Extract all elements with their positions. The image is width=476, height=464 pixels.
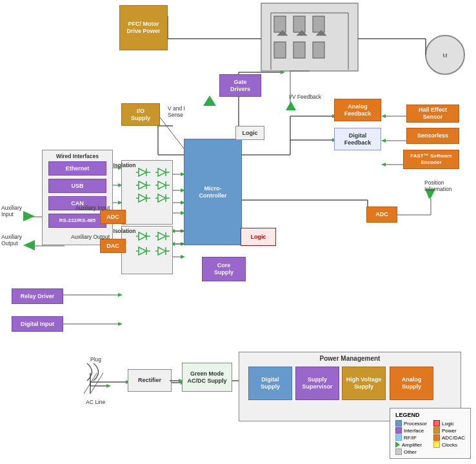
green-mode-block: Green ModeAC/DC Supply bbox=[182, 363, 232, 392]
svg-rect-9 bbox=[313, 42, 324, 58]
digital-feedback-block: DigitalFeedback bbox=[334, 128, 381, 150]
io-supply-block: I/OSupply bbox=[121, 103, 160, 126]
svg-marker-11 bbox=[297, 30, 307, 35]
adc-main-block: ADC bbox=[366, 207, 397, 223]
svg-marker-140 bbox=[286, 101, 296, 110]
aux-output-side-label: AuxiliaryOutput bbox=[1, 234, 22, 247]
digital-input-block: Digital Input bbox=[12, 316, 63, 332]
analog-feedback-block: AnalogFeedback bbox=[334, 99, 381, 121]
svg-marker-104 bbox=[139, 181, 146, 189]
analog-supply-block: AnalogSupply bbox=[390, 367, 433, 400]
svg-marker-83 bbox=[381, 139, 386, 143]
svg-rect-6 bbox=[313, 16, 324, 32]
sensorless-block: Sensorless bbox=[406, 128, 459, 144]
svg-marker-96 bbox=[139, 168, 146, 176]
isolation2-block: Isolation bbox=[121, 226, 173, 274]
pfc-block: PFC/ Motor Drive Power bbox=[119, 5, 168, 50]
svg-marker-22 bbox=[281, 70, 285, 74]
aux-output-triangle bbox=[23, 240, 35, 252]
usb-block: USB bbox=[48, 179, 106, 193]
isolation1-block: Isolation bbox=[121, 160, 173, 225]
legend-title: LEGEND bbox=[395, 412, 465, 418]
legend-power: Power bbox=[433, 427, 465, 434]
iv-feedback-label: I/V Feedback bbox=[289, 94, 321, 100]
svg-marker-108 bbox=[158, 181, 166, 189]
legend-clocks: Clocks bbox=[433, 441, 465, 448]
svg-marker-85 bbox=[381, 163, 386, 166]
vi-sense-label: V and ISense bbox=[168, 105, 185, 118]
svg-marker-74 bbox=[118, 322, 123, 326]
gate-drivers-block: GateDrivers bbox=[219, 74, 261, 97]
aux-input-label: Auxiliary Input bbox=[75, 205, 110, 211]
svg-text:M: M bbox=[442, 52, 448, 59]
svg-rect-4 bbox=[274, 16, 286, 32]
svg-marker-136 bbox=[203, 96, 216, 106]
svg-marker-124 bbox=[158, 232, 166, 240]
adc-aux-block: ADC bbox=[100, 210, 126, 224]
svg-rect-5 bbox=[293, 16, 305, 32]
aux-output-label: Auxiliary Output bbox=[71, 234, 110, 240]
legend-grid: Processor Logic Interface Power RF/IF AD… bbox=[395, 420, 465, 455]
iv-feedback-triangle bbox=[286, 101, 296, 112]
svg-rect-0 bbox=[261, 3, 358, 71]
svg-marker-138 bbox=[23, 240, 35, 250]
relay-driver-block: Relay Driver bbox=[12, 288, 63, 304]
position-info-label: PositionInformation bbox=[424, 179, 452, 192]
svg-marker-120 bbox=[139, 232, 146, 240]
aux-input-triangle bbox=[23, 211, 35, 223]
legend-logic: Logic bbox=[433, 420, 465, 427]
legend-processor: Processor bbox=[395, 420, 427, 427]
legend-rfif: RF/IF bbox=[395, 434, 427, 441]
plug-symbol bbox=[81, 360, 113, 396]
svg-marker-100 bbox=[158, 168, 166, 176]
svg-marker-116 bbox=[158, 194, 166, 202]
logic-small-block: Logic bbox=[235, 126, 264, 140]
svg-marker-10 bbox=[277, 30, 288, 35]
svg-marker-72 bbox=[118, 293, 123, 297]
svg-marker-143 bbox=[106, 384, 111, 388]
svg-marker-128 bbox=[139, 247, 146, 255]
legend-other: Other bbox=[395, 449, 427, 455]
hv-supply-block: High VoltageSupply bbox=[342, 367, 386, 400]
svg-marker-12 bbox=[316, 30, 326, 35]
legend-adcdac: ADC/DAC bbox=[433, 434, 465, 441]
micro-controller-block: Micro-Controller bbox=[184, 139, 242, 245]
logic-red-block: Logic bbox=[241, 228, 276, 246]
ethernet-block: Ethernet bbox=[48, 161, 106, 176]
diagram: M bbox=[0, 0, 476, 464]
svg-marker-137 bbox=[23, 211, 35, 221]
hall-effect-block: Hall EffectSensor bbox=[406, 105, 459, 123]
svg-marker-81 bbox=[381, 114, 386, 118]
digital-supply-block: DigitalSupply bbox=[248, 367, 292, 400]
dac-aux-block: DAC bbox=[100, 239, 126, 253]
svg-rect-7 bbox=[274, 42, 286, 58]
svg-rect-8 bbox=[293, 42, 305, 58]
svg-marker-132 bbox=[158, 247, 166, 255]
rectifier-block: Rectifier bbox=[128, 369, 172, 392]
core-supply-block: CoreSupply bbox=[202, 257, 246, 281]
aux-input-side-label: AuxiliaryInput bbox=[1, 205, 22, 217]
fast-encoder-block: FAST™ SoftwareEncoder bbox=[403, 150, 459, 169]
legend: LEGEND Processor Logic Interface Power R… bbox=[390, 408, 471, 459]
svg-line-95 bbox=[158, 115, 184, 148]
ac-line-label: AC Line bbox=[86, 399, 105, 405]
legend-amplifier: Amplifier bbox=[395, 441, 427, 448]
supply-supervisor-block: SupplySupervisor bbox=[295, 367, 339, 400]
legend-interface: Interface bbox=[395, 427, 427, 434]
svg-marker-57 bbox=[181, 255, 185, 259]
svg-marker-112 bbox=[139, 194, 146, 202]
vi-sense-triangle bbox=[203, 96, 216, 110]
svg-point-13 bbox=[426, 35, 464, 74]
rs485-block: RS-232/RS-485 bbox=[48, 214, 106, 228]
